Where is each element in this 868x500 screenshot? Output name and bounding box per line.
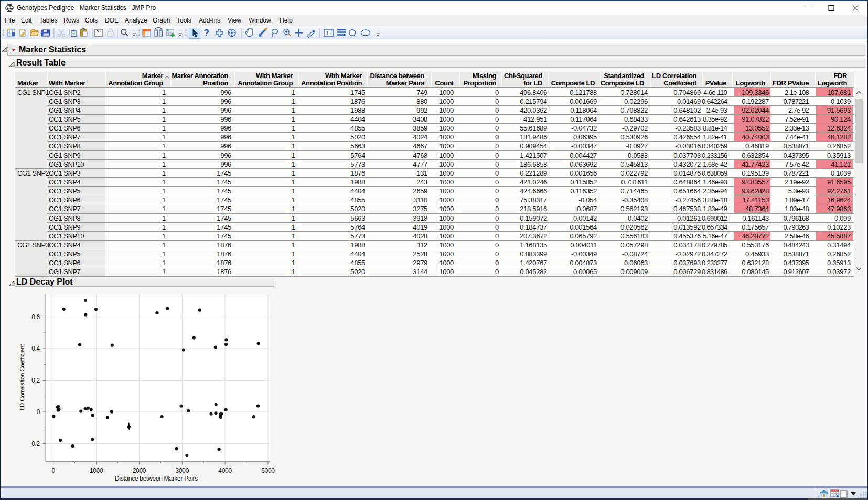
svg-text:-0.2: -0.2 — [30, 440, 40, 448]
svg-text:T: T — [326, 30, 329, 36]
svg-text:3000: 3000 — [176, 467, 189, 474]
svg-text:0.6: 0.6 — [31, 313, 40, 321]
svg-text:1000: 1000 — [90, 467, 103, 474]
svg-text:Distance between Marker Pairs: Distance between Marker Pairs — [115, 475, 198, 482]
svg-text:0.4: 0.4 — [31, 345, 40, 352]
svg-text:4000: 4000 — [218, 467, 232, 474]
svg-text:0: 0 — [37, 408, 40, 416]
svg-text:2000: 2000 — [133, 467, 146, 474]
svg-text:0.2: 0.2 — [31, 377, 40, 384]
svg-text:5000: 5000 — [261, 467, 275, 474]
svg-text:LD Correlation Coefficient: LD Correlation Coefficient — [19, 344, 25, 410]
svg-text:?: ? — [203, 28, 209, 38]
svg-text:0: 0 — [52, 467, 56, 474]
